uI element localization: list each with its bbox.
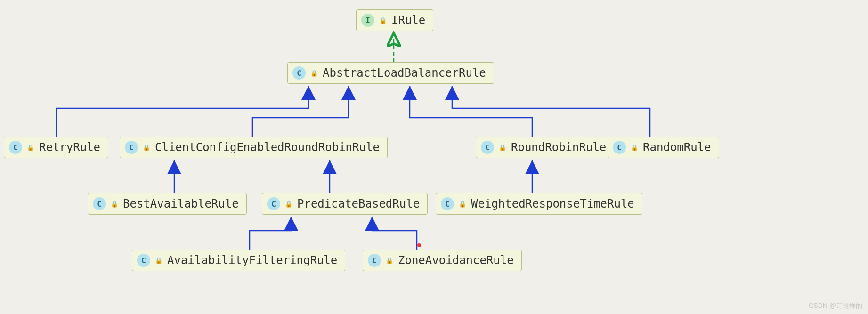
node-label: BestAvailableRule (123, 197, 239, 210)
edge-roundrobin-abstractlb (410, 86, 532, 137)
class-icon: C (441, 197, 454, 210)
lock-icon: 🔒 (111, 201, 118, 208)
watermark-text: CSDN @诗这样的 (809, 302, 862, 310)
node-client-config-enabled-round-robin-rule[interactable]: C 🔒 ClientConfigEnabledRoundRobinRule (120, 137, 388, 158)
node-predicate-based-rule[interactable]: C 🔒 PredicateBasedRule (262, 193, 428, 215)
node-label: IRule (391, 14, 425, 27)
node-zone-avoidance-rule[interactable]: C 🔒 ZoneAvoidanceRule (363, 250, 522, 271)
node-label: ZoneAvoidanceRule (398, 254, 514, 267)
edge-availfilter-predicate (250, 217, 291, 250)
lock-icon: 🔒 (310, 70, 318, 77)
node-retry-rule[interactable]: C 🔒 RetryRule (4, 137, 108, 158)
node-label: RandomRule (643, 141, 711, 154)
abstract-class-icon: C (292, 66, 306, 80)
lock-icon: 🔒 (143, 144, 150, 151)
node-label: RetryRule (39, 141, 100, 154)
class-icon: C (137, 254, 150, 267)
abstract-class-icon: C (267, 197, 280, 210)
class-icon: C (481, 141, 494, 154)
node-weighted-response-time-rule[interactable]: C 🔒 WeightedResponseTimeRule (436, 193, 642, 215)
node-label: AvailabilityFilteringRule (167, 254, 337, 267)
edge-clientcfg-abstractlb (252, 86, 349, 137)
class-icon: C (93, 197, 106, 210)
class-icon: C (9, 141, 22, 154)
node-label: AbstractLoadBalancerRule (323, 66, 486, 80)
interface-icon: I (361, 14, 374, 27)
lock-icon: 🔒 (459, 201, 466, 208)
lock-icon: 🔒 (155, 257, 162, 264)
node-availability-filtering-rule[interactable]: C 🔒 AvailabilityFilteringRule (132, 250, 345, 271)
lock-icon: 🔒 (27, 144, 34, 151)
node-random-rule[interactable]: C 🔒 RandomRule (608, 137, 719, 158)
node-best-available-rule[interactable]: C 🔒 BestAvailableRule (88, 193, 247, 215)
node-label: PredicateBasedRule (297, 197, 420, 210)
edge-random-abstractlb (452, 86, 650, 137)
lock-icon: 🔒 (631, 144, 638, 151)
edge-zoneavoid-predicate (372, 217, 417, 250)
node-abstract-loadbalancer-rule[interactable]: C 🔒 AbstractLoadBalancerRule (287, 62, 494, 84)
lock-icon: 🔒 (285, 201, 292, 208)
node-irule[interactable]: I 🔒 IRule (356, 9, 433, 31)
lock-icon: 🔒 (386, 257, 393, 264)
node-round-robin-rule[interactable]: C 🔒 RoundRobinRule (476, 137, 614, 158)
lock-icon: 🔒 (379, 17, 387, 24)
node-label: ClientConfigEnabledRoundRobinRule (155, 141, 380, 154)
node-label: RoundRobinRule (511, 141, 606, 154)
cursor-dot (417, 243, 421, 247)
class-icon: C (368, 254, 381, 267)
edge-retry-abstractlb (57, 86, 308, 137)
node-label: WeightedResponseTimeRule (471, 197, 634, 210)
class-icon: C (613, 141, 626, 154)
class-icon: C (125, 141, 138, 154)
lock-icon: 🔒 (499, 144, 506, 151)
